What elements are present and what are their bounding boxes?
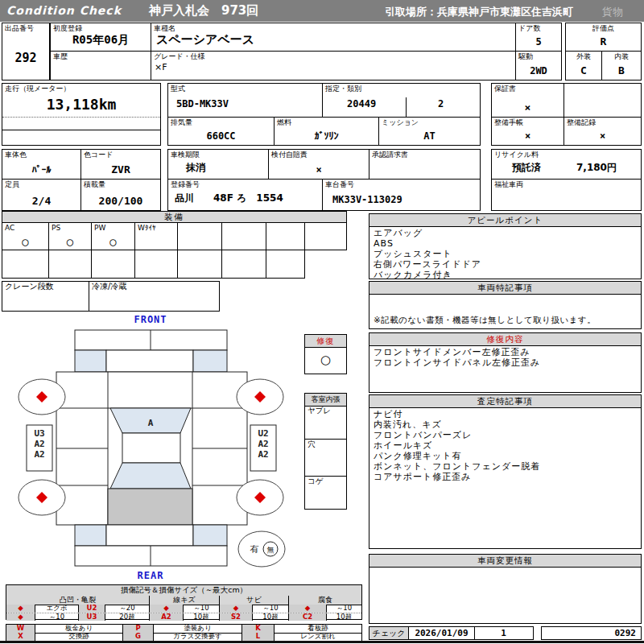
auction-title: 神戸入札会 973回 xyxy=(149,3,258,19)
assessment-line: フロントバンパーズレ xyxy=(374,430,638,440)
wtire-label: Wﾀｲﾔ xyxy=(138,224,155,232)
color-code-value: ZVR xyxy=(81,163,160,175)
fuel-value: ｶﾞｿﾘﾝ xyxy=(275,130,378,142)
first-registration-field: 初度登録 R05年06月 xyxy=(50,23,151,52)
appeal-line: バックカメラ付き xyxy=(374,270,638,280)
legend-symbol: ◆ xyxy=(150,605,184,613)
lot-number-label: 出品番号 xyxy=(5,24,34,32)
equipment-cell-empty xyxy=(221,250,266,279)
ac-label: AC xyxy=(5,224,14,232)
repair-flag-header: 修復 xyxy=(305,335,346,348)
load-capacity-field: 積載量 200/100 xyxy=(80,179,161,211)
right-side-mark: U2 xyxy=(258,428,268,439)
model-code-label: 型式 xyxy=(171,85,185,93)
doors-value: 5 xyxy=(516,36,561,47)
damage-legend-table: 損傷記号＆損傷サイズ（～最大cm） 凸凹・亀裂 線キズ サビ 腐食 ◆ エクボ … xyxy=(6,584,362,620)
spare-yes-label: 有 xyxy=(250,544,259,555)
divider xyxy=(2,130,160,130)
assessment-line: ナビ付 xyxy=(374,409,638,419)
legend-code: S2 xyxy=(220,613,253,621)
model-code-value: 5BD-MK33V xyxy=(176,98,229,109)
right-side-mark: A2 xyxy=(258,439,268,449)
inspection-label: 車検期限 xyxy=(171,151,200,159)
mileage-value: 13,118km xyxy=(2,96,160,113)
doors-label: ドア数 xyxy=(518,24,540,32)
welfare-vehicle-label: 福祉車両 xyxy=(494,180,523,188)
auction-sheet: Condition Check 神戸入札会 973回 引取場所：兵庫県神戸市東灘… xyxy=(0,0,644,644)
legend-text: 塗装あり xyxy=(154,625,242,633)
maintenance-book-value: × xyxy=(492,130,564,142)
ac-mark: ○ xyxy=(2,235,48,248)
exterior-grade-label: 外装 xyxy=(566,52,601,60)
body-color-field: 車体色 ﾊﾟｰﾙ xyxy=(2,149,81,180)
history-field: 車歴 xyxy=(50,51,151,80)
lot-number-value: 292 xyxy=(2,51,49,65)
assessment-notes-header: 査定特記事項 xyxy=(369,395,641,408)
drive-field: 駆動 2WD xyxy=(515,51,562,80)
maintenance-record-label: 整備記録 xyxy=(567,118,596,126)
pw-label: PW xyxy=(94,224,105,232)
load-capacity-label: 積載量 xyxy=(84,180,105,188)
check-count: 1 xyxy=(474,628,533,638)
vehicle-notes-box: 車両特記事項 ※記載のない書類・機器等は無しとして取り扱います。 xyxy=(369,281,642,329)
chassis-number-label: 車台番号 xyxy=(325,180,354,188)
cabin-lining-row: コゲ xyxy=(305,477,346,509)
fridge-field: 冷凍/冷蔵 xyxy=(89,281,220,312)
legend-text: 20超 xyxy=(105,613,150,621)
inspection-value: 抹消 xyxy=(186,161,205,175)
transmission-field: ミッション AT xyxy=(378,117,481,146)
cabin-lining-row-label: 穴 xyxy=(308,440,316,448)
equipment-cell-ps: PS ○ xyxy=(48,222,92,250)
rear-panel xyxy=(106,525,193,546)
insurance-field: 検付自賠責 × xyxy=(268,149,369,180)
headlight-right xyxy=(193,350,227,372)
transmission-value: AT xyxy=(379,130,480,142)
repair-detail-line: フロントインサイドパネル左修正歪み xyxy=(374,357,638,368)
tailgate-panel xyxy=(108,489,192,525)
legend-text: ～10 xyxy=(184,605,220,613)
header-bar: Condition Check 神戸入札会 973回 引取場所：兵庫県神戸市東灘… xyxy=(0,0,644,22)
insurance-value: × xyxy=(269,164,369,175)
check-date: 2026/01/09 xyxy=(409,628,474,638)
rear-window xyxy=(110,463,191,489)
assessment-line: パンク修理キット有 xyxy=(374,451,638,461)
interior-grade-field: 内装 B xyxy=(601,51,642,80)
load-capacity-value: 200/100 xyxy=(81,195,160,207)
hood-damage-mark: A xyxy=(148,418,154,428)
legend-group: 線キズ xyxy=(150,596,220,605)
chassis-number-value: MK33V-113029 xyxy=(332,194,402,205)
recycle-fee-field: リサイクル料 預託済 7,180円 xyxy=(491,149,642,180)
divider xyxy=(2,117,160,118)
legend-text: ～10 xyxy=(253,605,289,613)
ps-label: PS xyxy=(52,224,60,232)
brand-logo: Condition Check xyxy=(6,4,122,17)
spare-no-label: 無 xyxy=(267,546,275,554)
right-side-mark: A2 xyxy=(258,449,268,460)
legend-code: U2 xyxy=(79,605,105,613)
ps-mark: ○ xyxy=(49,235,91,248)
fuel-field: 燃料 ｶﾞｿﾘﾝ xyxy=(274,117,379,146)
vehicle-notes-header: 車両特記事項 xyxy=(369,282,641,295)
cabin-lining-row-label: ヤブレ xyxy=(308,407,331,415)
legend-text: 看板跡 xyxy=(275,625,361,633)
assessment-line: 内装汚れ、キズ xyxy=(374,419,638,430)
repair-flag-mark: ○ xyxy=(305,353,346,367)
grade-label: グレード・仕様 xyxy=(154,52,205,60)
legend-text: ガラス交換要す xyxy=(154,633,242,641)
maintenance-record-field: 整備記録 × xyxy=(564,117,642,146)
front-label: FRONT xyxy=(134,314,167,325)
assessment-line: ホイールキズ xyxy=(374,440,638,451)
cabin-lining-row-label: コゲ xyxy=(308,477,323,485)
warranty-field: 保証書 × xyxy=(491,83,564,118)
legend-text: 10超 xyxy=(184,613,220,621)
assessment-notes-box: 査定特記事項 ナビ付 内装汚れ、キズ フロントバンパーズレ ホイールキズ パンク… xyxy=(369,394,642,549)
equipment-cell-ac: AC ○ xyxy=(2,222,49,250)
crane-field: クレーン段数 xyxy=(2,281,89,312)
first-registration-value: R05年06月 xyxy=(51,33,151,47)
legend-code: X xyxy=(6,633,35,641)
legend-symbol: ◆ xyxy=(6,605,35,613)
fridge-label: 冷凍/冷蔵 xyxy=(92,283,126,291)
first-registration-label: 初度登録 xyxy=(53,24,82,32)
equipment-cell-empty xyxy=(266,222,305,250)
cabin-lining-header: 客室内張 xyxy=(305,394,346,407)
